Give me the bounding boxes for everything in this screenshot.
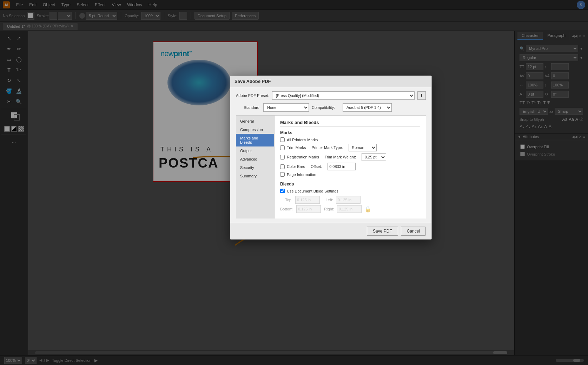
all-printers-checkbox[interactable] (280, 137, 285, 142)
all-printers-marks-row: All Printer's Marks (280, 137, 420, 142)
dialog-title-bar: Save Adobe PDF (230, 76, 431, 87)
page-info-label: Page Information (287, 172, 316, 177)
page-info-row: Page Information (280, 172, 420, 177)
sidebar-security[interactable]: Security (236, 163, 274, 172)
standard-label: Standard: (236, 105, 260, 110)
trim-mark-weight-select[interactable]: 0.25 pt (362, 153, 386, 161)
preset-save-icon[interactable]: ⬇ (417, 91, 426, 100)
sidebar-advanced[interactable]: Advanced (236, 155, 274, 163)
marks-subtitle: Marks (280, 130, 420, 135)
bleed-top-label: Top: (280, 198, 292, 202)
color-bars-checkbox[interactable] (280, 164, 285, 169)
offset-label: Offset: (311, 164, 322, 169)
save-pdf-dialog: Save Adobe PDF Adobe PDF Preset: [Press … (230, 76, 432, 240)
use-doc-bleed-label: Use Document Bleed Settings (287, 189, 338, 193)
bleed-right-input[interactable] (337, 205, 362, 213)
bleed-top-input[interactable] (295, 196, 320, 204)
registration-marks-label: Registration Marks (287, 155, 319, 159)
sidebar-summary[interactable]: Summary (236, 172, 274, 180)
bleed-right-label: Right: (324, 207, 334, 211)
trim-marks-checkbox[interactable] (280, 145, 285, 150)
page-info-checkbox[interactable] (280, 172, 285, 177)
color-bars-row: Color Bars Offset: (280, 163, 420, 170)
bleed-left-label: Left: (323, 198, 333, 202)
sidebar-output[interactable]: Output (236, 146, 274, 155)
bleeds-section: Bleeds Use Document Bleed Settings Top: … (280, 182, 420, 213)
offset-input[interactable] (328, 163, 356, 170)
use-doc-bleed-checkbox[interactable] (280, 189, 285, 193)
registration-marks-check-row: Registration Marks (280, 155, 319, 159)
dialog-body: Adobe PDF Preset: [Press Quality] (Modif… (230, 87, 431, 223)
bleed-bottom-label: Bottom: (280, 207, 293, 211)
trim-marks-label: Trim Marks (287, 145, 306, 150)
save-pdf-button[interactable]: Save PDF (367, 227, 398, 236)
cancel-button[interactable]: Cancel (401, 227, 426, 236)
dialog-sidebar: General Compression Marks and Bleeds Out… (236, 116, 275, 219)
bleed-values-grid: Top: Left: Bottom: Right: 🔒 (280, 196, 420, 213)
printer-mark-type-select[interactable]: Roman (349, 144, 377, 151)
link-icon: 🔒 (364, 206, 371, 213)
trim-marks-check-row: Trim Marks (280, 145, 306, 150)
dialog-content-area: Marks and Bleeds Marks All Printer's Mar… (275, 116, 426, 219)
color-bars-label: Color Bars (287, 164, 305, 169)
sidebar-compression[interactable]: Compression (236, 125, 274, 134)
registration-marks-checkbox[interactable] (280, 155, 285, 159)
trim-marks-row: Trim Marks Printer Mark Type: Roman (280, 144, 420, 151)
compat-label: Compatibility: (312, 105, 340, 110)
all-printers-label: All Printer's Marks (287, 138, 318, 142)
registration-marks-row: Registration Marks Trim Mark Weight: 0.2… (280, 153, 420, 161)
preset-select[interactable]: [Press Quality] (Modified) (272, 91, 415, 100)
compatibility-select[interactable]: Acrobat 5 (PDF 1.4) (343, 103, 392, 112)
bleed-left-input[interactable] (336, 196, 361, 204)
standard-select[interactable]: None (263, 103, 309, 112)
bleed-bottom-input[interactable] (296, 205, 321, 213)
bleed-top-row: Top: Left: (280, 196, 420, 204)
preset-label: Adobe PDF Preset: (236, 93, 269, 98)
preset-row: Adobe PDF Preset: [Press Quality] (Modif… (236, 91, 426, 100)
color-bars-check-row: Color Bars (280, 164, 305, 169)
dialog-footer: Save PDF Cancel (230, 223, 431, 239)
trim-mark-weight-label: Trim Mark Weight: (325, 155, 356, 159)
sidebar-general[interactable]: General (236, 117, 274, 125)
sidebar-marks-bleeds[interactable]: Marks and Bleeds (236, 134, 274, 146)
standard-compat-row: Standard: None Compatibility: Acrobat 5 … (236, 103, 426, 112)
section-title: Marks and Bleeds (280, 120, 420, 127)
dialog-main: General Compression Marks and Bleeds Out… (236, 115, 426, 219)
bleeds-subtitle: Bleeds (280, 182, 420, 187)
bleed-bottom-row: Bottom: Right: 🔒 (280, 205, 420, 213)
use-doc-bleed-row: Use Document Bleed Settings (280, 189, 420, 193)
printer-mark-type-label: Printer Mark Type: (312, 145, 343, 150)
